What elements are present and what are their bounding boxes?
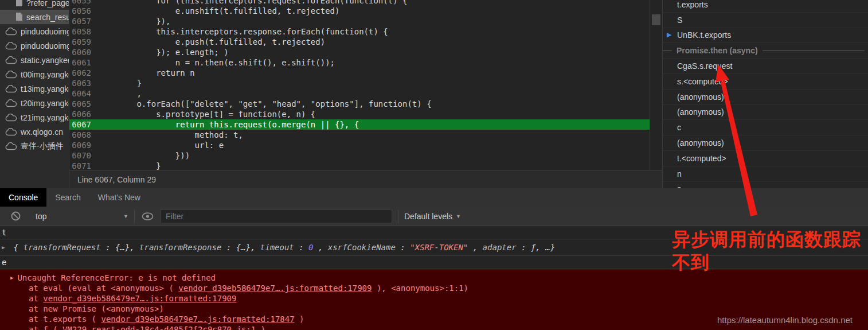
cloud-icon <box>5 142 17 150</box>
current-frame-arrow-icon: ▶ <box>667 31 671 38</box>
log-levels-dropdown[interactable]: Default levels ▼ <box>404 212 461 221</box>
editor-scrollbar-thumb[interactable] <box>652 14 660 25</box>
call-stack-frame[interactable]: ▶ c <box>663 120 868 135</box>
context-label: top <box>36 212 46 221</box>
sidebar-item[interactable]: 壹伴·小插件 <box>0 139 69 153</box>
code-line[interactable]: 6064 , <box>69 88 650 99</box>
code-text: url: e <box>98 140 224 150</box>
stack-frame-text[interactable]: VM229 react-odd-18c4-d485f2f2c9c870.js:1 <box>62 325 256 330</box>
call-stack-frame[interactable]: ▶ (anonymous) <box>663 135 868 151</box>
sidebar-item[interactable]: t20img.yangke <box>0 96 69 110</box>
line-number[interactable]: 6060 <box>69 47 98 57</box>
call-stack-frame[interactable]: ▶ UnBK.t.exports <box>663 28 868 44</box>
code-line[interactable]: 6067 return this.request(o.merge(n || {}… <box>69 119 650 130</box>
line-number[interactable]: 6056 <box>69 6 98 16</box>
sidebar-item[interactable]: search_resul <box>0 10 69 24</box>
console-tab[interactable]: What's New <box>89 188 149 207</box>
call-stack-frame[interactable]: ▶ s.<computed> <box>663 74 868 90</box>
sidebar-item[interactable]: static.yangkee <box>0 53 69 67</box>
code-line[interactable]: 6065 o.forEach(["delete", "get", "head",… <box>69 99 650 109</box>
frame-label: c <box>677 123 681 132</box>
call-stack-frame[interactable]: ▶ CgaS.s.request <box>663 59 868 74</box>
code-line[interactable]: 6071 } <box>69 161 650 170</box>
line-number[interactable]: 6059 <box>69 37 98 47</box>
line-number[interactable]: 6066 <box>69 109 98 119</box>
call-stack-frame[interactable]: ▶ n <box>663 166 868 182</box>
clear-console-button[interactable] <box>11 211 21 221</box>
line-number[interactable]: 6067 <box>69 119 98 130</box>
sources-panel: ?refer_page search_resul <box>0 0 868 188</box>
code-line[interactable]: 6062 return n <box>69 68 650 78</box>
code-line[interactable]: 6056 e.unshift(t.fulfilled, t.rejected) <box>69 6 650 16</box>
filter-input[interactable] <box>161 209 392 223</box>
code-line[interactable]: 6069 url: e <box>69 140 650 150</box>
code-line[interactable]: 6061 n = n.then(e.shift(), e.shift()); <box>69 57 650 68</box>
code-line[interactable]: 6068 method: t, <box>69 130 650 140</box>
object-preview-segment: : {…}, <box>105 243 139 252</box>
editor-scrollbar[interactable] <box>650 0 662 170</box>
line-number[interactable]: 6069 <box>69 140 98 150</box>
line-number[interactable]: 6063 <box>69 78 98 88</box>
line-number[interactable]: 6061 <box>69 57 98 68</box>
call-stack-frame[interactable]: ▶ s <box>663 182 868 188</box>
line-number[interactable]: 6055 <box>69 0 98 6</box>
stack-frame-text[interactable]: vendor_d39eb586479e7….js:formatted:17847 <box>101 315 294 324</box>
frame-label: S <box>677 15 682 25</box>
stack-frame-text[interactable]: vendor_d39eb586479e7….js:formatted:17909 <box>43 294 236 303</box>
stack-frame-line: at f ( VM229 react-odd-18c4-d485f2f2c9c8… <box>9 324 868 330</box>
code-text: return n <box>98 68 195 78</box>
sidebar-item[interactable]: pinduoduoimg <box>0 24 69 38</box>
annotation-line-2: 不到 <box>672 251 861 274</box>
sidebar-item[interactable]: t21img.yangke <box>0 110 69 125</box>
stack-frame-text: ) <box>261 325 265 330</box>
cloud-icon <box>5 85 17 93</box>
annotation-line-1: 异步调用前的函数跟踪 <box>672 228 861 251</box>
code-line[interactable]: 6059 e.push(t.fulfilled, t.rejected) <box>69 37 650 47</box>
call-stack-frame[interactable]: ▶ Promise.then (async) <box>663 43 868 59</box>
call-stack-frame[interactable]: ▶ S <box>663 13 868 28</box>
code-line[interactable]: 6060 }); e.length; ) <box>69 47 650 57</box>
live-expression-eye-button[interactable] <box>142 212 154 220</box>
sidebar-item[interactable]: pinduoduoimg <box>0 38 69 53</box>
expand-triangle-icon[interactable]: ▶ <box>10 275 13 281</box>
line-number[interactable]: 6057 <box>69 16 98 26</box>
code-text: e.unshift(t.fulfilled, t.rejected) <box>98 6 339 16</box>
expand-triangle-icon[interactable]: ▶ <box>2 244 5 250</box>
code-text: s.prototype[t] = function(e, n) { <box>98 109 315 119</box>
call-stack-frame[interactable]: ▶ t.exports <box>663 0 868 13</box>
console-tab[interactable]: Console <box>0 188 46 207</box>
stack-frame-text[interactable]: vendor_d39eb586479e7….js:formatted:17909 <box>178 284 372 293</box>
object-preview-segment: { <box>14 243 18 252</box>
code-text: , <box>98 88 142 99</box>
sidebar-item[interactable]: t00img.yangke <box>0 67 69 81</box>
line-number[interactable]: 6065 <box>69 99 98 109</box>
line-number[interactable]: 6062 <box>69 68 98 78</box>
code-line[interactable]: 6057 }), <box>69 16 650 26</box>
cloud-icon <box>5 128 17 136</box>
code-line[interactable]: 6058 this.interceptors.response.forEach(… <box>69 26 650 37</box>
execution-context-selector[interactable]: top ▼ <box>36 212 128 221</box>
console-tab[interactable]: Search <box>46 188 89 207</box>
sidebar-item[interactable]: wx.qlogo.cn <box>0 125 69 139</box>
line-number[interactable]: 6068 <box>69 130 98 140</box>
call-stack-frame[interactable]: ▶ (anonymous) <box>663 105 868 121</box>
line-number[interactable]: 6070 <box>69 150 98 161</box>
object-preview-segment: xsrfCookieName <box>328 243 396 252</box>
frame-label: t.exports <box>677 0 708 9</box>
code-line[interactable]: 6070 })) <box>69 150 650 161</box>
line-number[interactable]: 6064 <box>69 88 98 99</box>
file-icon <box>15 0 23 7</box>
call-stack-frame[interactable]: ▶ t.<computed> <box>663 151 868 166</box>
stack-frame-line: at vendor_d39eb586479e7….js:formatted:17… <box>9 293 868 304</box>
code-text: o.forEach(["delete", "get", "head", "opt… <box>98 99 432 109</box>
code-line[interactable]: 6066 s.prototype[t] = function(e, n) { <box>69 109 650 119</box>
line-number[interactable]: 6071 <box>69 161 98 170</box>
sidebar-item-label: pinduoduoimg <box>21 27 69 36</box>
sidebar-item-label: t00img.yangke <box>21 70 69 79</box>
code-line[interactable]: 6055 for (this.interceptors.request.forE… <box>69 0 650 6</box>
code-line[interactable]: 6063 } <box>69 78 650 88</box>
sidebar-item[interactable]: t13img.yangke <box>0 81 69 96</box>
sidebar-item[interactable]: ?refer_page <box>0 0 69 10</box>
call-stack-frame[interactable]: ▶ (anonymous) <box>663 90 868 105</box>
line-number[interactable]: 6058 <box>69 26 98 37</box>
